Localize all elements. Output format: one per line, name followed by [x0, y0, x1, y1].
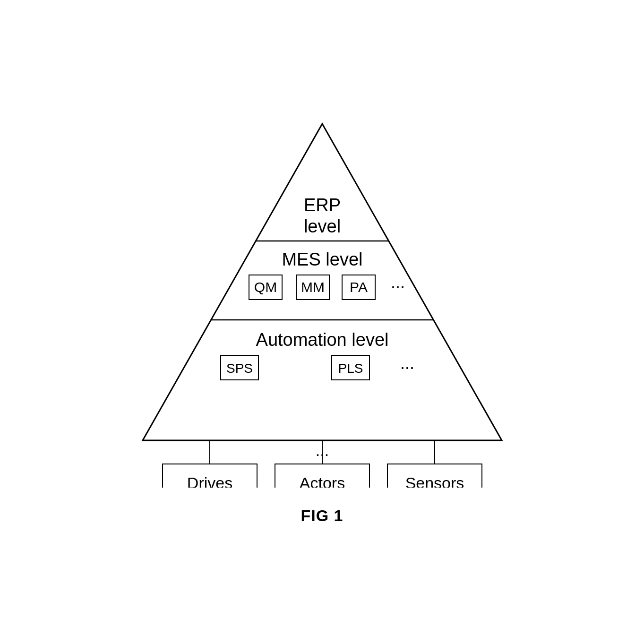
pyramid-wrapper: ERP level MES level QM MM PA ··· Automat…: [129, 119, 516, 488]
mes-label: MES level: [282, 249, 362, 269]
erp-label: ERP: [303, 195, 340, 215]
auto-ellipsis: ···: [400, 357, 414, 377]
erp-sublabel: level: [303, 216, 340, 236]
mes-mm: MM: [301, 279, 325, 295]
auto-sps: SPS: [226, 361, 252, 376]
figure-label: FIG 1: [301, 507, 343, 525]
automation-label: Automation level: [256, 330, 388, 350]
box-drives: Drives: [187, 474, 232, 488]
auto-pls: PLS: [338, 361, 363, 376]
box-sensors: Sensors: [405, 474, 464, 488]
diagram-container: ERP level MES level QM MM PA ··· Automat…: [110, 119, 535, 525]
mes-pa: PA: [350, 279, 368, 295]
bottom-ellipsis: ···: [315, 445, 328, 463]
box-actors: Actors: [299, 474, 344, 488]
mes-qm: QM: [254, 279, 276, 295]
pyramid-svg: ERP level MES level QM MM PA ··· Automat…: [129, 119, 516, 488]
mes-ellipsis: ···: [390, 276, 404, 296]
